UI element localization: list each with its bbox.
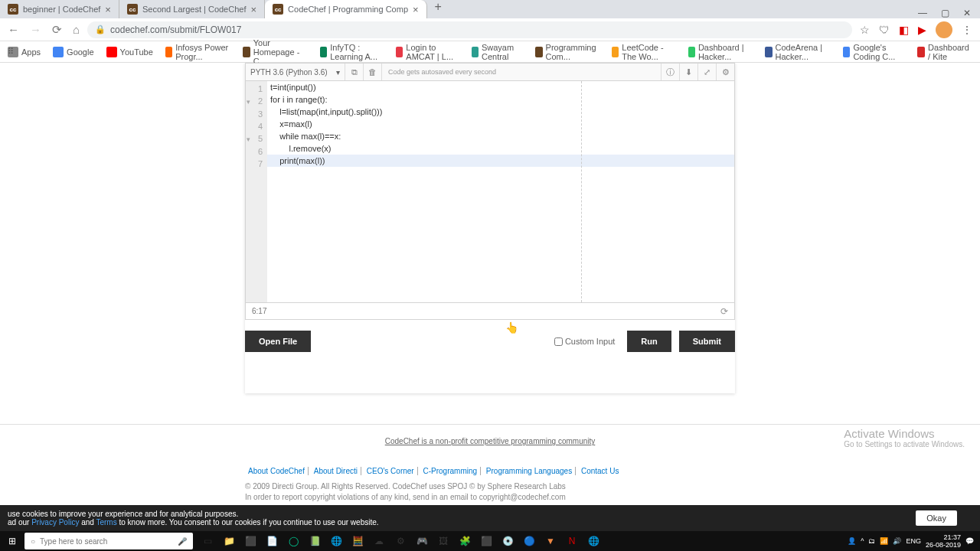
terms-link[interactable]: Terms	[96, 518, 116, 527]
app-icon[interactable]: 📄	[263, 533, 280, 549]
clock[interactable]: 21:37 26-08-2019	[926, 533, 961, 549]
copy-icon[interactable]: ⧉	[345, 64, 364, 80]
tab-2[interactable]: ccCodeChef | Programming Comp×	[265, 0, 427, 18]
language-select[interactable]: PYTH 3.6 (Python 3.6)▾	[246, 64, 345, 80]
tab-0[interactable]: ccbeginner | CodeChef×	[0, 0, 119, 18]
footer-link[interactable]: Programming Languages	[483, 467, 576, 475]
extension-icon[interactable]: ◧	[899, 24, 909, 36]
footer-links: About CodeChef About Directi CEO's Corne…	[245, 461, 735, 481]
bookmark-item[interactable]: Google's Coding C...	[843, 43, 905, 61]
custom-input-checkbox[interactable]: Custom Input	[554, 337, 615, 346]
code-line: t=int(input())	[267, 81, 734, 93]
checkbox[interactable]	[554, 337, 563, 346]
cookie-okay-button[interactable]: Okay	[916, 510, 957, 526]
app-icon[interactable]: 📁	[220, 533, 237, 549]
taskview-icon[interactable]: ▭	[199, 533, 216, 549]
refresh-icon[interactable]: ⟳	[720, 306, 728, 317]
footer-link[interactable]: Contact Us	[578, 467, 622, 475]
footer-link[interactable]: About Directi	[311, 467, 361, 475]
code-line: print(max(l))	[267, 155, 734, 167]
youtube-ext-icon[interactable]: ▶	[918, 24, 926, 36]
bookmark-item[interactable]: Your Homepage - C...	[243, 38, 307, 66]
app-icon[interactable]: 🔵	[521, 533, 537, 549]
bookmark-item[interactable]: Programming Com...	[535, 43, 599, 61]
bookmark-item[interactable]: Swayam Central	[472, 43, 523, 61]
bookmark-item[interactable]: Dashboard | Hacker...	[688, 43, 753, 61]
bookmark-item[interactable]: LeetCode - The Wo...	[612, 43, 676, 61]
open-file-button[interactable]: Open File	[245, 331, 311, 352]
code-line: x=max(l)	[267, 118, 734, 130]
app-icon[interactable]: N	[564, 533, 580, 549]
minimize-icon[interactable]: —	[918, 8, 927, 18]
footer-link[interactable]: About CodeChef	[245, 467, 309, 475]
autosave-text: Code gets autosaved every second	[382, 68, 502, 76]
taskbar-search[interactable]: ○ Type here to search 🎤	[24, 533, 193, 549]
forward-icon[interactable]: →	[30, 23, 41, 37]
bookmark-item[interactable]: Login to AMCAT | L...	[396, 43, 459, 61]
bookmark-item[interactable]: Google	[53, 47, 93, 57]
code-area[interactable]: t=int(input()) for i in range(t): l=list…	[267, 81, 734, 302]
app-icon[interactable]: 🎮	[413, 533, 430, 549]
footer-link[interactable]: C-Programming	[420, 467, 481, 475]
tray-icon[interactable]: 👤	[848, 537, 856, 545]
close-icon[interactable]: ×	[413, 4, 419, 15]
app-icon[interactable]: ▼	[542, 533, 559, 549]
app-icon[interactable]: ☁	[371, 533, 387, 549]
star-icon[interactable]: ☆	[860, 24, 870, 36]
code-editor[interactable]: 1▾234▾567 t=int(input()) for i in range(…	[245, 81, 735, 303]
download-icon[interactable]: ⬇	[679, 64, 697, 80]
tray-chevron-icon[interactable]: ^	[861, 537, 864, 545]
app-icon[interactable]: ⬛	[242, 533, 259, 549]
start-button[interactable]: ⊞	[0, 536, 24, 546]
close-icon[interactable]: ×	[250, 4, 256, 15]
lock-icon: 🔒	[95, 24, 106, 34]
app-icon[interactable]: ⬛	[478, 533, 495, 549]
app-icon[interactable]: 💿	[499, 533, 516, 549]
bookmark-item[interactable]: Infosys Power Progr...	[165, 43, 231, 61]
gear-icon[interactable]: ⚙	[716, 64, 734, 80]
submit-button[interactable]: Submit	[679, 331, 735, 352]
shield-icon[interactable]: 🛡	[879, 24, 890, 36]
bookmark-item[interactable]: CodeArena | Hacker...	[765, 43, 831, 61]
url-input[interactable]: 🔒 codechef.com/submit/FLOW017	[87, 21, 852, 38]
app-icon[interactable]: 🧮	[349, 533, 366, 549]
chrome-icon[interactable]: 🌐	[585, 533, 602, 549]
trash-icon[interactable]: 🗑	[364, 64, 382, 80]
home-icon[interactable]: ⌂	[73, 23, 80, 37]
battery-icon[interactable]: 🗂	[868, 537, 875, 545]
menu-icon[interactable]: ⋮	[962, 24, 972, 36]
bookmark-item[interactable]: Dashboard / Kite	[917, 43, 972, 61]
bookmark-item[interactable]: InfyTQ : Learning A...	[320, 43, 384, 61]
wifi-icon[interactable]: 📶	[880, 537, 888, 545]
page-content: PYTH 3.6 (Python 3.6)▾ ⧉ 🗑 Code gets aut…	[0, 63, 980, 502]
app-icon[interactable]: 🖼	[435, 533, 452, 549]
close-window-icon[interactable]: ✕	[963, 8, 971, 18]
fullscreen-icon[interactable]: ⤢	[697, 64, 716, 80]
action-row: Open File Custom Input Run Submit	[245, 320, 735, 363]
bookmark-item[interactable]: YouTube	[106, 47, 153, 57]
volume-icon[interactable]: 🔊	[893, 537, 901, 545]
apps-button[interactable]: ⠿Apps	[8, 47, 41, 57]
privacy-link[interactable]: Privacy Policy	[31, 518, 79, 527]
app-icon[interactable]: 📗	[306, 533, 323, 549]
chrome-icon[interactable]: 🌐	[328, 533, 345, 549]
footer-tagline[interactable]: CodeChef is a non-profit competitive pro…	[245, 437, 735, 461]
code-line: while max(l)==x:	[267, 130, 734, 142]
url-text: codechef.com/submit/FLOW017	[110, 24, 241, 35]
back-icon[interactable]: ←	[8, 23, 19, 37]
tab-1[interactable]: ccSecond Largest | CodeChef×	[119, 0, 265, 18]
maximize-icon[interactable]: ▢	[941, 8, 949, 18]
run-button[interactable]: Run	[627, 331, 671, 352]
new-tab-button[interactable]: +	[427, 0, 449, 18]
reload-icon[interactable]: ⟳	[52, 23, 62, 37]
footer: CodeChef is a non-profit competitive pro…	[245, 425, 735, 502]
lang-indicator[interactable]: ENG	[906, 537, 921, 545]
app-icon[interactable]: ◯	[285, 533, 302, 549]
app-icon[interactable]: ⚙	[392, 533, 409, 549]
info-icon[interactable]: ⓘ	[661, 64, 679, 80]
close-icon[interactable]: ×	[105, 4, 111, 15]
profile-avatar[interactable]	[936, 21, 952, 38]
app-icon[interactable]: 🧩	[456, 533, 473, 549]
notification-icon[interactable]: 💬	[965, 537, 974, 545]
footer-link[interactable]: CEO's Corner	[364, 467, 418, 475]
